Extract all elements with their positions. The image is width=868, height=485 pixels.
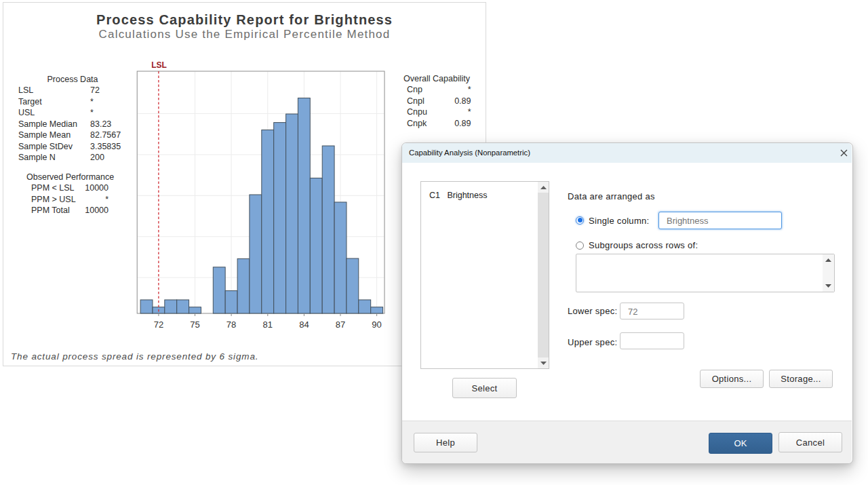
svg-text:75: 75 — [190, 319, 199, 330]
svg-text:LSL: LSL — [151, 60, 167, 70]
svg-text:87: 87 — [336, 319, 345, 330]
svg-text:84: 84 — [299, 319, 309, 330]
svg-text:78: 78 — [226, 319, 236, 330]
svg-text:72: 72 — [154, 319, 163, 330]
svg-text:90: 90 — [372, 319, 381, 330]
svg-text:81: 81 — [263, 319, 273, 330]
